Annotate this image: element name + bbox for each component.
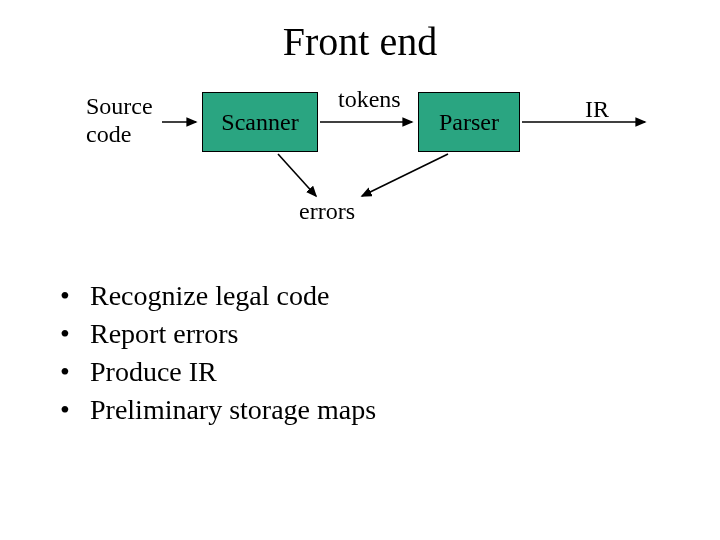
parser-box-label: Parser — [439, 109, 499, 136]
source-code-label: Source code — [86, 93, 153, 148]
scanner-box-label: Scanner — [221, 109, 298, 136]
list-item: • Recognize legal code — [60, 280, 376, 312]
list-item: • Produce IR — [60, 356, 376, 388]
arrow-parser-to-errors — [362, 154, 448, 196]
source-code-label-line1: Source — [86, 93, 153, 121]
slide: Front end Source code Scanner tokens Par… — [0, 0, 720, 540]
source-code-label-line2: code — [86, 121, 153, 149]
ir-label: IR — [585, 96, 609, 123]
slide-title: Front end — [0, 18, 720, 65]
bullet-dot-icon: • — [60, 394, 90, 426]
parser-box: Parser — [418, 92, 520, 152]
scanner-box: Scanner — [202, 92, 318, 152]
bullet-dot-icon: • — [60, 356, 90, 388]
arrow-scanner-to-errors — [278, 154, 316, 196]
list-item: • Report errors — [60, 318, 376, 350]
bullet-list: • Recognize legal code • Report errors •… — [60, 280, 376, 432]
bullet-text: Report errors — [90, 318, 239, 350]
bullet-dot-icon: • — [60, 318, 90, 350]
bullet-dot-icon: • — [60, 280, 90, 312]
bullet-text: Produce IR — [90, 356, 217, 388]
diagram-arrows — [0, 0, 720, 540]
list-item: • Preliminary storage maps — [60, 394, 376, 426]
bullet-text: Preliminary storage maps — [90, 394, 376, 426]
bullet-text: Recognize legal code — [90, 280, 329, 312]
tokens-label: tokens — [338, 86, 401, 113]
errors-label: errors — [299, 198, 355, 225]
